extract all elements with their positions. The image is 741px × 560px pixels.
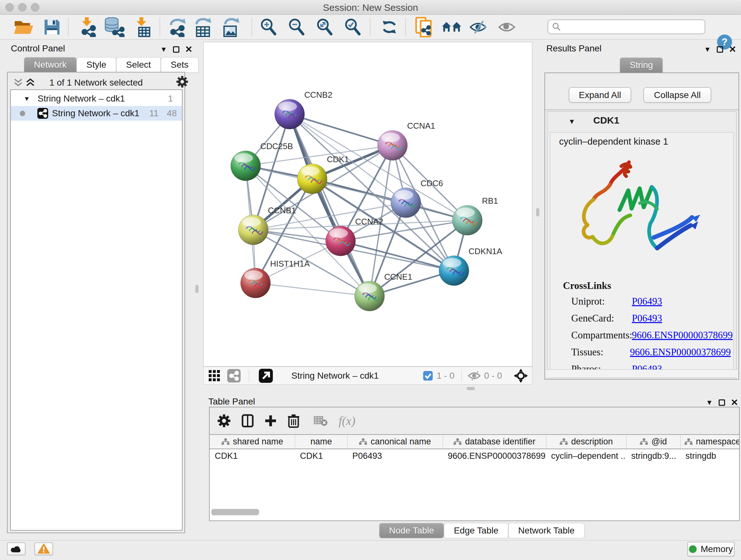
column-header-name[interactable]: name xyxy=(295,435,347,449)
network-collection-row[interactable]: ▼ String Network – cdk1 1 xyxy=(11,91,182,106)
zoom-fit-button[interactable] xyxy=(314,15,335,40)
add-column-button[interactable] xyxy=(265,415,277,427)
network-node-CCNA1[interactable]: CCNA1 xyxy=(378,121,435,160)
first-neighbors-button[interactable] xyxy=(440,15,463,40)
refresh-view-button[interactable] xyxy=(379,15,400,40)
network-row[interactable]: String Network – cdk1 11 48 xyxy=(11,106,182,121)
protein-structure-image xyxy=(572,151,700,275)
table-cell[interactable]: CDK1 xyxy=(295,449,347,463)
table-h-scrollbar-thumb[interactable] xyxy=(211,509,259,515)
export-image-button[interactable] xyxy=(219,15,243,40)
network-edge-CCNA2-CDKN1A[interactable] xyxy=(340,241,454,271)
column-hierarchy-icon xyxy=(684,438,693,445)
network-node-RB1[interactable]: RB1 xyxy=(452,196,498,235)
share-icon-button[interactable] xyxy=(227,369,241,382)
table-row[interactable]: CDK1CDK1P064939606.ENSP00000378699cyclin… xyxy=(210,449,739,463)
expand-all-button[interactable]: Expand All xyxy=(569,87,631,103)
tab-edge-table[interactable]: Edge Table xyxy=(444,523,509,538)
delete-column-button[interactable] xyxy=(287,414,300,428)
crosslink-value-link[interactable]: 9606.ENSP00000378699 xyxy=(630,347,731,358)
column-header-shared-name[interactable]: shared name xyxy=(210,435,295,449)
network-node-HIST1H1A[interactable]: HIST1H1A xyxy=(241,259,310,298)
grid-icon-button[interactable] xyxy=(208,369,221,382)
network-canvas[interactable]: CCNB2CCNA1CDC25BCDK1CDC6RB1CCNB1CCNA2CDK… xyxy=(203,42,532,367)
network-edge-CCNB2-CCNA1[interactable] xyxy=(289,114,392,145)
panel-float-button[interactable]: ▼ xyxy=(706,398,713,407)
export-table-button[interactable] xyxy=(192,15,215,40)
zoom-in-button[interactable] xyxy=(258,15,279,40)
tab-network[interactable]: Network xyxy=(24,57,77,72)
function-builder-button[interactable]: f(x) xyxy=(339,414,355,428)
network-node-CDKN1A[interactable]: CDKN1A xyxy=(439,247,502,286)
memory-button[interactable]: Memory xyxy=(687,542,735,557)
table-cell[interactable]: stringdb:9... xyxy=(626,449,680,463)
tab-sets[interactable]: Sets xyxy=(161,57,199,72)
table-options-gear-button[interactable] xyxy=(217,414,231,428)
node-label: CCNA1 xyxy=(407,121,435,130)
column-header-namespace[interactable]: namespace xyxy=(680,435,740,449)
delete-table-button[interactable] xyxy=(314,415,328,426)
import-network-database-button[interactable] xyxy=(102,15,127,40)
right-splitter-grip[interactable] xyxy=(536,208,539,216)
network-node-CCNE1[interactable]: CCNE1 xyxy=(354,272,412,311)
results-scrollbar-track[interactable] xyxy=(546,369,738,378)
tab-select[interactable]: Select xyxy=(116,57,161,72)
column-header-canonical-name[interactable]: canonical name xyxy=(347,435,443,449)
table-cell[interactable]: 9606.ENSP00000378699 xyxy=(443,449,546,463)
column-header-label: namespace xyxy=(696,437,740,447)
table-cell[interactable]: stringdb xyxy=(680,449,740,463)
open-session-button[interactable] xyxy=(11,15,36,40)
network-edge-CCNB2-CCNE1[interactable] xyxy=(289,114,369,296)
export-network-button[interactable] xyxy=(166,15,190,40)
show-columns-button[interactable] xyxy=(242,414,254,428)
tab-network-table[interactable]: Network Table xyxy=(509,523,585,538)
selected-checkbox-icon[interactable] xyxy=(423,371,433,381)
search-input[interactable] xyxy=(561,22,704,32)
center-view-button[interactable] xyxy=(514,368,528,383)
zoom-selected-button[interactable] xyxy=(342,15,363,40)
panel-float-button[interactable]: ▼ xyxy=(160,45,167,54)
panel-close-button[interactable]: ✕ xyxy=(731,397,738,408)
warning-button[interactable] xyxy=(35,543,53,555)
string-document-button[interactable] xyxy=(413,15,435,40)
zoom-out-button[interactable] xyxy=(286,15,307,40)
show-all-button[interactable] xyxy=(496,15,517,40)
tab-style[interactable]: Style xyxy=(77,57,116,72)
table-cell[interactable]: cyclin–dependent ... xyxy=(546,449,626,463)
panel-close-button[interactable]: ✕ xyxy=(185,44,192,55)
network-node-CCNB2[interactable]: CCNB2 xyxy=(275,90,333,129)
toolbar-separator xyxy=(68,18,69,37)
gene-toggle-icon[interactable]: ▼ xyxy=(568,118,576,126)
tree-expander-icon[interactable]: ▼ xyxy=(23,95,30,103)
table-cell[interactable]: CDK1 xyxy=(210,449,295,463)
panel-maximize-button[interactable] xyxy=(173,46,179,53)
tab-string[interactable]: String xyxy=(620,57,663,72)
panel-float-button[interactable]: ▼ xyxy=(704,45,711,54)
tab-node-table[interactable]: Node Table xyxy=(379,523,444,538)
import-table-file-button[interactable] xyxy=(131,15,154,40)
cloud-button[interactable] xyxy=(7,543,25,555)
control-panel: Control Panel ▼ ✕ NetworkStyleSelectSets… xyxy=(4,41,188,533)
panel-maximize-button[interactable] xyxy=(719,399,725,406)
network-options-gear-button[interactable] xyxy=(176,76,188,88)
save-session-button[interactable] xyxy=(41,15,63,40)
collapse-all-button[interactable]: Collapse All xyxy=(643,87,711,103)
open-in-new-button[interactable] xyxy=(259,369,273,383)
crosslink-value-link[interactable]: P06493 xyxy=(632,313,662,324)
import-network-file-button[interactable] xyxy=(77,15,99,40)
panel-close-button[interactable]: ✕ xyxy=(729,44,736,55)
network-edge-HIST1H1A-CCNE1[interactable] xyxy=(256,283,369,296)
column-header--id[interactable]: @id xyxy=(626,435,680,449)
crosslink-value-link[interactable]: P06493 xyxy=(632,296,662,307)
node-table: shared namenamecanonical namedatabase id… xyxy=(209,434,740,521)
column-header-description[interactable]: description xyxy=(546,435,626,449)
crosslink-row: Tissues:9606.ENSP00000378699 xyxy=(571,344,731,361)
crosslink-value-link[interactable]: 9606.ENSP00000378699 xyxy=(632,329,733,341)
panel-maximize-button[interactable] xyxy=(717,46,723,53)
left-splitter-grip[interactable] xyxy=(195,285,199,293)
column-header-database-identifier[interactable]: database identifier xyxy=(443,435,546,449)
hide-selected-button[interactable] xyxy=(468,15,488,40)
table-cell[interactable]: P06493 xyxy=(347,449,443,463)
horizontal-splitter-grip[interactable] xyxy=(467,387,475,390)
hidden-eye-slash-icon[interactable] xyxy=(468,371,481,381)
